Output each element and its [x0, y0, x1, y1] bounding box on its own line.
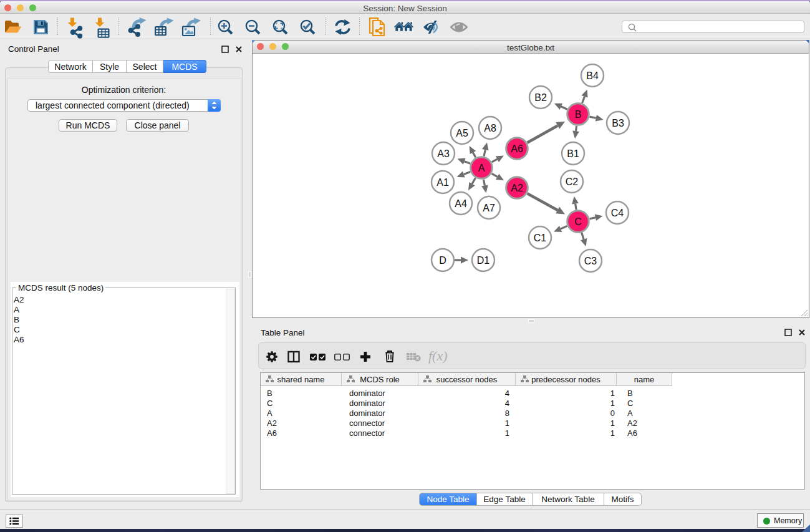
svg-text:B4: B4 [586, 70, 599, 81]
svg-text:A2: A2 [511, 183, 523, 193]
svg-text:D1: D1 [477, 255, 490, 266]
svg-text:D: D [439, 255, 446, 266]
svg-text:B2: B2 [534, 92, 547, 103]
svg-text:C3: C3 [584, 256, 597, 266]
svg-text:C2: C2 [566, 177, 579, 187]
svg-text:A7: A7 [483, 203, 495, 213]
svg-text:C1: C1 [534, 233, 547, 243]
svg-text:C4: C4 [611, 208, 624, 218]
svg-text:A3: A3 [437, 148, 450, 159]
svg-text:A5: A5 [456, 128, 468, 138]
svg-text:A: A [478, 163, 485, 173]
svg-text:A6: A6 [511, 143, 523, 154]
svg-text:B: B [575, 109, 582, 120]
svg-text:B1: B1 [567, 148, 579, 159]
svg-text:A8: A8 [484, 123, 496, 133]
svg-text:A4: A4 [455, 198, 467, 209]
svg-text:C: C [574, 216, 582, 227]
svg-text:B3: B3 [612, 118, 624, 128]
svg-text:A1: A1 [436, 177, 449, 188]
